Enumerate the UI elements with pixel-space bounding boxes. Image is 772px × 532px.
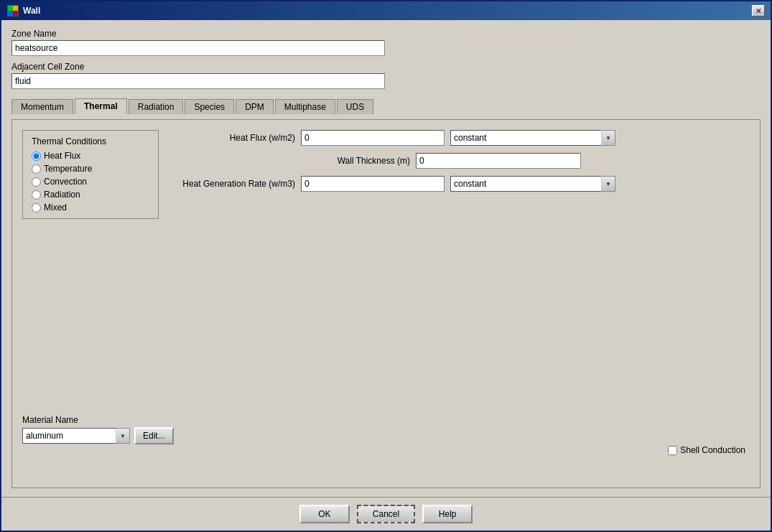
material-section: Material Name aluminum ▼ Edit... bbox=[22, 415, 174, 444]
thermal-conditions-radio-group: Heat Flux Temperature Convection Radiati… bbox=[32, 151, 149, 213]
svg-rect-1 bbox=[13, 6, 18, 11]
chevron-down-icon-2: ▼ bbox=[605, 181, 611, 187]
ok-button[interactable]: OK bbox=[299, 505, 350, 523]
svg-rect-2 bbox=[8, 11, 13, 16]
main-content: Zone Name Adjacent Cell Zone Momentum Th… bbox=[1, 20, 771, 497]
radio-radiation[interactable]: Radiation bbox=[32, 190, 149, 200]
title-bar: Wall ✕ bbox=[1, 1, 771, 20]
zone-name-input[interactable] bbox=[11, 40, 385, 56]
heat-gen-row: Heat Generation Rate (w/m3) constant ▼ bbox=[180, 176, 750, 192]
radio-convection-input[interactable] bbox=[32, 177, 41, 187]
radio-heat-flux-label: Heat Flux bbox=[44, 151, 80, 161]
heat-flux-label: Heat Flux (w/m2) bbox=[180, 133, 295, 143]
radio-mixed[interactable]: Mixed bbox=[32, 202, 149, 213]
app-icon bbox=[7, 5, 19, 17]
heat-gen-dropdown[interactable]: constant bbox=[450, 176, 601, 192]
heat-gen-label: Heat Generation Rate (w/m3) bbox=[180, 179, 295, 189]
right-fields: Heat Flux (w/m2) constant ▼ Wall Thickne… bbox=[180, 130, 750, 192]
edit-button[interactable]: Edit... bbox=[134, 427, 174, 444]
thermal-conditions-box: Thermal Conditions Heat Flux Temperature… bbox=[22, 130, 159, 219]
bottom-bar: OK Cancel Help bbox=[1, 497, 771, 531]
tab-dpm[interactable]: DPM bbox=[236, 99, 274, 114]
tab-thermal[interactable]: Thermal bbox=[75, 98, 127, 114]
material-dropdown: aluminum ▼ bbox=[22, 428, 130, 444]
heat-flux-row: Heat Flux (w/m2) constant ▼ bbox=[180, 130, 750, 146]
radio-convection[interactable]: Convection bbox=[32, 177, 149, 187]
close-button[interactable]: ✕ bbox=[752, 5, 765, 17]
wall-thickness-row: Wall Thickness (m) bbox=[295, 153, 750, 169]
material-row: aluminum ▼ Edit... bbox=[22, 427, 174, 444]
radio-temperature[interactable]: Temperature bbox=[32, 164, 149, 174]
radio-heat-flux[interactable]: Heat Flux bbox=[32, 151, 149, 161]
material-dropdown-btn[interactable]: ▼ bbox=[116, 428, 130, 444]
adjacent-cell-input[interactable] bbox=[11, 73, 385, 89]
radio-mixed-input[interactable] bbox=[32, 203, 41, 213]
dialog-window: Wall ✕ Zone Name Adjacent Cell Zone Mome… bbox=[0, 0, 772, 532]
heat-flux-dropdown-btn[interactable]: ▼ bbox=[601, 130, 615, 146]
help-button[interactable]: Help bbox=[422, 505, 473, 523]
svg-rect-0 bbox=[8, 6, 13, 11]
material-select[interactable]: aluminum bbox=[22, 428, 116, 444]
radio-convection-label: Convection bbox=[44, 177, 87, 187]
shell-conduction-group: Shell Conduction bbox=[668, 445, 745, 455]
heat-gen-dropdown-container: constant ▼ bbox=[450, 176, 615, 192]
svg-rect-3 bbox=[13, 11, 18, 16]
zone-name-label: Zone Name bbox=[11, 29, 761, 39]
radio-heat-flux-input[interactable] bbox=[32, 151, 41, 161]
radio-mixed-label: Mixed bbox=[44, 202, 67, 213]
title-bar-left: Wall bbox=[7, 5, 40, 17]
heat-gen-input[interactable] bbox=[301, 176, 445, 192]
tab-panel-thermal: Thermal Conditions Heat Flux Temperature… bbox=[11, 119, 761, 488]
tabs-container: Momentum Thermal Radiation Species DPM M… bbox=[11, 98, 761, 113]
wall-thickness-input[interactable] bbox=[416, 153, 581, 169]
heat-gen-dropdown-btn[interactable]: ▼ bbox=[601, 176, 615, 192]
chevron-down-icon-3: ▼ bbox=[120, 433, 126, 439]
window-title: Wall bbox=[23, 6, 40, 16]
heat-flux-input[interactable] bbox=[301, 130, 445, 146]
radio-radiation-input[interactable] bbox=[32, 190, 41, 200]
radio-temperature-input[interactable] bbox=[32, 164, 41, 174]
material-name-label: Material Name bbox=[22, 415, 174, 425]
radio-radiation-label: Radiation bbox=[44, 190, 80, 200]
adjacent-cell-group: Adjacent Cell Zone bbox=[11, 62, 761, 89]
wall-thickness-label: Wall Thickness (m) bbox=[295, 156, 410, 166]
chevron-down-icon: ▼ bbox=[605, 135, 611, 141]
cancel-button[interactable]: Cancel bbox=[357, 505, 415, 523]
heat-flux-dropdown[interactable]: constant bbox=[450, 130, 601, 146]
heat-flux-dropdown-container: constant ▼ bbox=[450, 130, 615, 146]
adjacent-cell-label: Adjacent Cell Zone bbox=[11, 62, 761, 72]
tab-species[interactable]: Species bbox=[185, 99, 234, 114]
tab-multiphase[interactable]: Multiphase bbox=[275, 99, 335, 114]
thermal-conditions-title: Thermal Conditions bbox=[32, 136, 149, 146]
zone-name-group: Zone Name bbox=[11, 29, 761, 56]
shell-conduction-label: Shell Conduction bbox=[680, 445, 745, 455]
tab-radiation[interactable]: Radiation bbox=[129, 99, 184, 114]
tab-uds[interactable]: UDS bbox=[337, 99, 373, 114]
radio-temperature-label: Temperature bbox=[44, 164, 92, 174]
shell-conduction-checkbox[interactable] bbox=[668, 446, 677, 455]
tab-momentum[interactable]: Momentum bbox=[11, 99, 73, 114]
